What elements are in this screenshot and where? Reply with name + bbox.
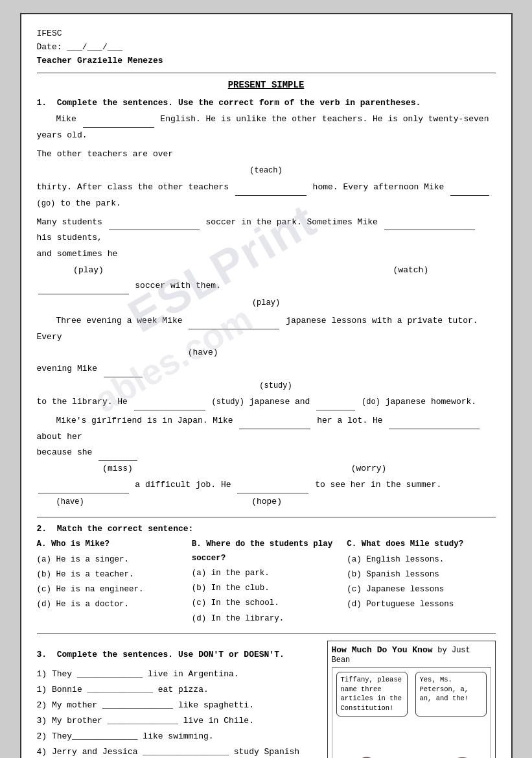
- blank-mike-teaches[interactable]: [83, 127, 154, 128]
- s3-item5: 2) They_____________ like swimming.: [37, 729, 318, 744]
- colC-item1: (a) English lessons.: [347, 553, 495, 567]
- blank-students-play[interactable]: [109, 230, 200, 230]
- section3-title: 3. Complete the sentences. Use DON'T or …: [37, 647, 318, 663]
- colB-item1: (a) in the park.: [192, 567, 340, 580]
- section1-title: 1. Complete the sentences. Use the corre…: [37, 98, 496, 108]
- colA-item4: (d) He is a doctor.: [37, 598, 185, 611]
- blank-hope[interactable]: [237, 493, 308, 493]
- s3-item4: 3) My brother ______________ live in Chi…: [37, 713, 318, 729]
- section2: 2. Match the correct sentence: A. Who is…: [37, 524, 496, 627]
- bubble2: Yes, Ms. Peterson, a, an, and the!: [415, 672, 487, 717]
- match-columns: A. Who is Mike? (a) He is a singer. (b) …: [37, 538, 496, 627]
- page-title: PRESENT SIMPLE: [37, 80, 496, 90]
- para1: Mike English. He is unlike the other tea…: [37, 112, 496, 143]
- comic-box: How Much Do You Know by Just Bean Tiffan…: [327, 641, 496, 758]
- section2-title: 2. Match the correct sentence:: [37, 524, 496, 534]
- comic-image-area: 👩‍🏫 Ms. Peterson 📋 👧 Tiffany: [336, 720, 487, 758]
- teacher-name: Teacher Grazielle Menezes: [37, 54, 496, 68]
- blank-have3[interactable]: [38, 493, 129, 493]
- hint-watch: (watch): [393, 265, 429, 275]
- speech-bubbles: Tiffany, please name three articles in t…: [336, 672, 487, 717]
- colB-item3: (c) In the school.: [192, 597, 340, 610]
- match-col-b: B. Where do the students play soccer? (a…: [192, 538, 340, 627]
- section3: 3. Complete the sentences. Use DON'T or …: [37, 641, 318, 758]
- date-line: Date: ___/___/___: [37, 41, 496, 54]
- s3-item2: 1) Bonnie _____________ eat pizza.: [37, 682, 318, 698]
- comic-inner: Tiffany, please name three articles in t…: [332, 667, 491, 758]
- para3: Many students soccer in the park. Someti…: [37, 215, 496, 311]
- para4: Three evening a week Mike japanese lesso…: [37, 313, 496, 410]
- colA-item3: (c) He is na engineer.: [37, 583, 185, 597]
- hint-miss: (miss): [37, 461, 179, 477]
- blank-miss[interactable]: [239, 429, 310, 429]
- match-col-c: C. What does Mile study? (a) English les…: [347, 538, 495, 627]
- match-col-a: A. Who is Mike? (a) He is a singer. (b) …: [37, 538, 185, 627]
- colA-item1: (a) He is a singer.: [37, 553, 185, 567]
- school-name: IFESC: [37, 27, 496, 41]
- blank-worry[interactable]: [389, 429, 480, 429]
- para5: Mike's girlfriend is in Japan. Mike her …: [37, 413, 496, 510]
- s3-item3: 2) My mother ______________ like spaghet…: [37, 698, 318, 713]
- hint-play1: (play): [37, 263, 141, 279]
- worksheet-page: ESLPrint ables.com IFESC Date: ___/___/_…: [20, 13, 513, 758]
- blank-play-soccer[interactable]: [38, 294, 129, 294]
- para2: The other teachers are over (teach) thir…: [37, 147, 496, 212]
- colC-item4: (d) Portuguese lessons: [347, 598, 495, 611]
- colC-item2: (b) Spanish lessons: [347, 568, 495, 582]
- bubble1: Tiffany, please name three articles in t…: [336, 672, 408, 717]
- colA-item2: (b) He is a teacher.: [37, 568, 185, 582]
- s3-item6: 4) Jerry and Jessica _________________ s…: [37, 744, 318, 758]
- hint-have: (have): [37, 345, 218, 361]
- blank-do[interactable]: [316, 410, 355, 410]
- header-block: IFESC Date: ___/___/___ Teacher Graziell…: [37, 27, 496, 73]
- section1: 1. Complete the sentences. Use the corre…: [37, 98, 496, 510]
- colB-item4: (d) In the library.: [192, 612, 340, 626]
- blank-study1[interactable]: [104, 377, 143, 377]
- hint-worry: (worry): [351, 464, 387, 473]
- divider2: [37, 634, 496, 634]
- blank-mike-go[interactable]: [450, 195, 489, 196]
- comic-title: How Much Do You Know by Just Bean: [332, 645, 491, 665]
- blank-have[interactable]: [189, 329, 279, 329]
- s3-item1: 1) They _____________ live in Argentina.: [37, 667, 318, 682]
- blank-mike-watch[interactable]: [384, 230, 475, 230]
- colC-item3: (c) Japanese lessons: [347, 583, 495, 597]
- divider1: [37, 517, 496, 517]
- colB-item2: (b) In the club.: [192, 582, 340, 595]
- blank-teachers-go[interactable]: [235, 195, 306, 196]
- bottom-section: 3. Complete the sentences. Use DON'T or …: [37, 641, 496, 758]
- blank-study2[interactable]: [134, 410, 205, 410]
